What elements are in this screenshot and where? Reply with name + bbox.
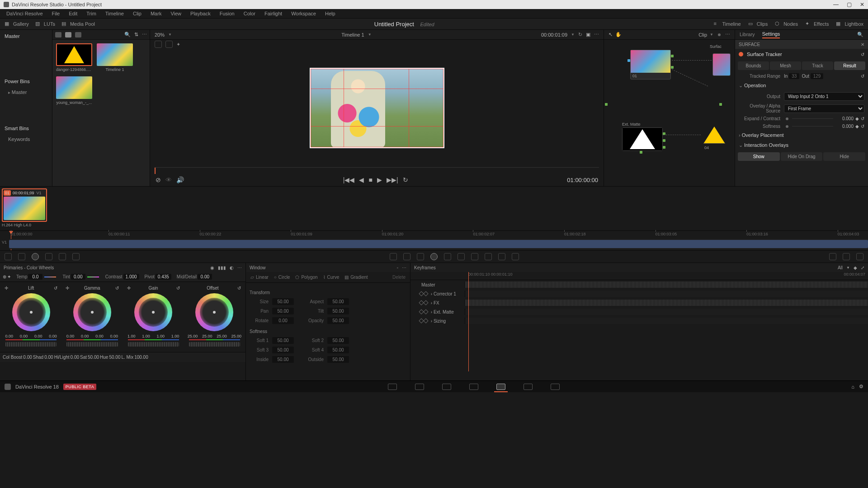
zoom-dropdown-icon[interactable]: ▼ [168,33,172,37]
hilight-field[interactable]: 0.00 [71,355,79,360]
section-overlay-placement[interactable]: Overlay Placement [735,130,868,140]
home-icon[interactable]: ⌂ [851,384,854,389]
kf-track-extmatte[interactable] [465,309,868,315]
smartbin-keywords[interactable]: Keywords [0,135,52,144]
offset-reset-icon[interactable]: ↺ [237,286,241,291]
clip-thumbnail[interactable]: 0100:00:01;09 V1 [2,188,47,222]
keyframe-mode-icon[interactable] [829,253,836,260]
options-icon[interactable]: ⋯ [142,32,147,38]
media-thumb[interactable]: danger-1294866.p... [56,43,92,72]
menu-view[interactable]: View [167,10,185,17]
graph-input-pin[interactable] [605,103,608,106]
rgb-mixer-tool-icon[interactable] [59,253,66,260]
soft4-field[interactable]: 50.00 [327,347,349,353]
node-options-icon[interactable]: ⋯ [725,32,730,38]
scopes-icon[interactable] [843,253,850,260]
timeline-toggle[interactable]: ≡Timeline [714,21,741,27]
node-danger-overlay[interactable] [703,127,725,144]
media-thumb[interactable]: Timeline 1 [97,43,133,72]
project-settings-icon[interactable]: ⚙ [859,384,863,389]
close-button[interactable]: ✕ [860,1,864,8]
reset-icon[interactable]: ↺ [861,52,864,57]
lift-reset-icon[interactable]: ↺ [54,286,57,291]
menu-trim[interactable]: Trim [83,10,100,17]
gamma-jog[interactable] [66,342,118,347]
overlay-mode-icon[interactable] [165,41,173,48]
loop-button[interactable]: ↻ [403,176,408,183]
first-frame-button[interactable]: |◀◀ [343,176,355,183]
lightbox-toggle[interactable]: ▦Lightbox [836,21,863,27]
key-icon[interactable] [485,253,492,260]
powerbin-master[interactable]: Master [0,88,52,97]
polygon-shape-button[interactable]: ⬠ Polygon [295,275,317,280]
menu-timeline[interactable]: Timeline [102,10,127,17]
magic-wand-icon[interactable]: ✦ [176,42,180,47]
curve-palette-icon[interactable] [390,253,397,260]
unmix-icon[interactable]: 👁 [165,176,172,183]
page-cut[interactable] [415,384,424,390]
audio-icon[interactable]: 🔊 [176,176,184,183]
reset-icon[interactable]: ↺ [861,124,864,129]
warper-icon[interactable] [403,253,410,260]
timeline-name[interactable]: Timeline 1 [341,32,364,38]
offset-wheel[interactable] [195,293,233,331]
overlay-show[interactable]: Show [738,152,780,161]
size-field[interactable]: 50.00 [272,298,294,305]
sizing-icon[interactable] [498,253,505,260]
last-frame-button[interactable]: ▶▶| [387,176,398,183]
rotate-field[interactable]: 0.00 [272,317,294,324]
view-detail-icon[interactable] [75,32,81,38]
section-interaction-overlays[interactable]: Interaction Overlays [735,140,868,150]
gain-wheel[interactable] [134,293,172,331]
soft2-field[interactable]: 50.00 [327,337,349,344]
minimize-button[interactable]: — [833,1,839,8]
bars-mode-icon[interactable]: ▮▮▮ [218,265,226,270]
hand-icon[interactable]: ✋ [615,32,622,38]
window-options-icon[interactable]: ⋯ [402,265,406,270]
overlay-source-select[interactable]: First Frame [784,104,864,113]
tint-field[interactable]: 0.00 [71,274,85,280]
menu-edit[interactable]: Edit [65,10,81,17]
page-fairlight[interactable] [524,384,533,390]
timeline-clip[interactable] [9,240,868,248]
shad-field[interactable]: 0.00 [44,355,53,360]
zoom-value[interactable]: 20% [155,32,165,38]
awb-icon[interactable]: ✦ [7,274,11,279]
keyframe-filter-all[interactable]: All [838,265,843,270]
node-ext-matte[interactable] [622,127,663,151]
clips-toggle[interactable]: ▭Clips [748,21,768,27]
3d-icon[interactable] [512,253,519,260]
qualifier-icon[interactable] [417,253,424,260]
gain-reset-icon[interactable]: ↺ [176,286,180,291]
node-01[interactable]: 01 [630,50,671,80]
menu-help[interactable]: Help [321,10,339,17]
offset-jog[interactable] [189,342,240,347]
viewer-options-icon[interactable]: ⋯ [594,32,599,38]
pan-field[interactable]: 50.00 [272,308,294,314]
lmix-field[interactable]: 100.00 [134,355,148,360]
menu-clip[interactable]: Clip [129,10,145,17]
hdr-tool-icon[interactable] [45,253,52,260]
section-operation[interactable]: Operation [735,80,868,91]
delete-shape-button[interactable]: Delete [392,275,406,280]
gamma-picker-icon[interactable]: ✛ [66,286,69,291]
node-partial[interactable] [712,53,731,76]
sort-icon[interactable]: ⇅ [134,32,138,38]
inside-field[interactable]: 50.00 [272,356,294,363]
view-list-icon[interactable] [55,32,61,38]
gamma-wheel[interactable] [73,293,111,331]
close-panel-icon[interactable]: ✕ [861,42,864,47]
contrast-field[interactable]: 1.000 [123,274,139,280]
timeline-ruler[interactable]: 01:00:00:0001:00:00:1101:00:00:2201:00:0… [0,230,868,250]
prev-frame-button[interactable]: ◀ [359,176,364,183]
keyframe-playhead[interactable] [468,272,469,371]
curve-shape-button[interactable]: ⌇ Curve [323,275,340,280]
reset-range-icon[interactable]: ↺ [861,74,864,79]
nodes-toggle[interactable]: ⬡Nodes [775,21,798,27]
kf-track-corrector[interactable] [465,291,868,297]
temp-field[interactable]: 0.0 [28,274,42,280]
viewer-canvas[interactable] [310,68,444,148]
maximize-button[interactable]: ▢ [847,1,852,8]
expand-value[interactable]: 0.000 [833,116,854,121]
tracker-icon[interactable] [444,253,451,260]
